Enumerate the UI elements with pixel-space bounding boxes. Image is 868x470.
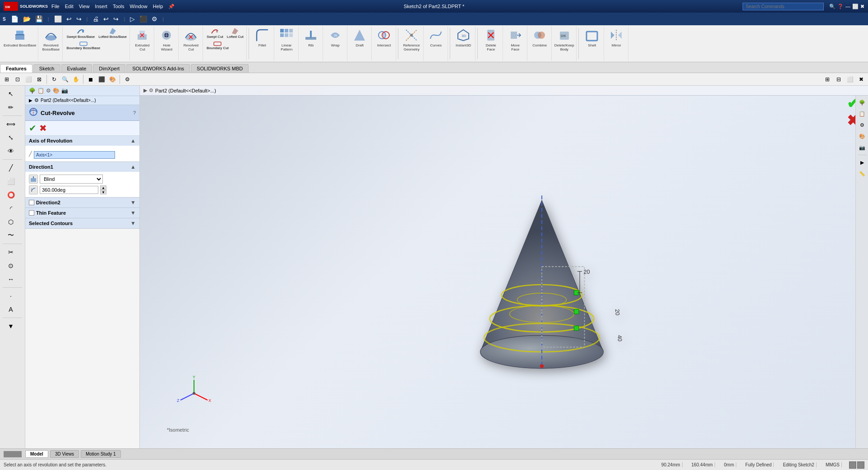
li-smartdim[interactable]: ⟺ [1,118,21,130]
shell-btn[interactable]: Shell [581,26,604,61]
new-btn[interactable]: 📄 [9,14,20,23]
li-spline[interactable]: 〜 [1,229,21,242]
extruded-boss-base-btn[interactable]: Extruded Boss/Base [2,26,38,61]
tab-mbd[interactable]: SOLIDWORKS MBD [191,64,249,73]
tb-icon-2[interactable]: ↩ [65,14,73,23]
swept-boss-base-btn[interactable]: Swept Boss/Base [65,27,96,40]
revolved-boss-base-btn[interactable]: RevolvedBoss/Base [39,26,63,61]
view-section-btn[interactable]: ⬛ [97,74,106,84]
thin-feature-checkbox[interactable] [29,210,34,216]
tree-arrow[interactable]: ▶ [143,88,147,93]
menu-tools[interactable]: Tools [113,4,125,9]
delete-keep-body-btn[interactable]: D/K Delete/KeepBody [553,26,577,61]
li-arc[interactable]: ◜ [1,202,21,215]
li-rect[interactable]: ⬜ [1,175,21,188]
view-zoom-btn[interactable]: 🔍 [60,74,70,84]
view-pan-btn[interactable]: ✋ [71,74,81,84]
swept-cut-btn[interactable]: Swept Cut [205,27,225,40]
axis-input[interactable]: Axis<1> [34,151,115,159]
view-display-btn[interactable]: ◼ [86,74,96,84]
li-line[interactable]: ╱ [1,161,21,174]
ri-config[interactable]: ⚙ [857,120,867,130]
open-btn[interactable]: 📂 [22,14,32,23]
pm-ok-btn[interactable]: ✔ [29,123,37,134]
btab-model[interactable]: Model [25,450,48,458]
angle-input[interactable]: 360.00deg [40,186,98,194]
view-maximize-left[interactable]: ⊞ [822,74,832,84]
tab-dimxpert[interactable]: DimXpert [93,64,125,73]
ri-measure[interactable]: 📏 [857,169,867,179]
rib-btn[interactable]: Rib [300,26,323,61]
li-circle[interactable]: ⭕ [1,189,21,201]
li-display[interactable]: 👁 [1,145,21,157]
btab-3dviews[interactable]: 3D Views [50,450,79,458]
view-settings-btn[interactable]: ⚙ [122,74,132,84]
menu-window[interactable]: Window [130,4,148,9]
direction2-checkbox[interactable] [29,200,34,205]
menu-pin[interactable]: 📌 [168,4,175,9]
panel-config-icon[interactable]: ⚙ [46,88,51,94]
instant3d-btn[interactable]: 3D Instant3D [452,26,476,61]
tab-addins[interactable]: SOLIDWORKS Add-Ins [126,64,190,73]
panel-properties-icon[interactable]: 📋 [37,88,44,94]
linear-pattern-btn[interactable]: LinearPattern [275,26,299,61]
li-offset[interactable]: ⊙ [1,259,21,272]
search-input[interactable] [743,3,824,10]
li-select[interactable]: ↖ [1,88,21,100]
tb-icon-3[interactable]: ↪ [75,14,83,23]
draft-btn[interactable]: Draft [348,26,372,61]
thin-feature-header[interactable]: Thin Feature ▼ [25,208,139,218]
menu-insert[interactable]: Insert [95,4,107,9]
hole-wizard-btn[interactable]: HoleWizard [155,26,179,61]
combine-btn[interactable]: Combine [528,26,552,61]
angle-spin-down[interactable]: ▼ [100,190,106,194]
save-btn[interactable]: 💾 [34,14,44,23]
view-rotate-btn[interactable]: ↻ [49,74,59,84]
li-trim[interactable]: ✂ [1,246,21,258]
panel-cam-icon[interactable]: 📷 [61,88,68,94]
tb-icon-5[interactable]: ↪ [112,14,120,23]
intersect-btn[interactable]: Intersect [373,26,396,61]
axis-section-header[interactable]: Axis of Revolution ▲ [25,136,139,146]
li-relations[interactable]: ⤡ [1,131,21,144]
scroll-handle[interactable] [4,451,22,457]
view-btn-2[interactable]: ⊡ [13,74,23,84]
boundary-cut-btn[interactable]: Boundary Cut [205,41,230,51]
li-sketch[interactable]: ✏ [1,101,21,114]
ri-simulation[interactable]: ▶ [857,157,867,167]
fillet-btn[interactable]: Fillet [251,26,274,61]
tab-sketch[interactable]: Sketch [33,64,60,73]
li-polygon[interactable]: ⬡ [1,216,21,228]
tb-icon-print[interactable]: 🖨 [91,14,100,23]
direction-type-select[interactable]: Blind Through All Through All - Both Mid… [40,175,103,184]
boundary-boss-base-btn[interactable]: Boundary Boss/Base [65,41,102,51]
tb-icon-4[interactable]: ↩ [102,14,110,23]
li-text[interactable]: A [1,303,21,316]
mirror-btn[interactable]: Mirror [605,26,628,61]
selected-contours-header[interactable]: Selected Contours ▼ [25,218,139,228]
direction1-header[interactable]: Direction1 ▲ [25,162,139,172]
btab-motionstudy[interactable]: Motion Study 1 [81,450,121,458]
angle-spinner[interactable]: ▲ ▼ [100,185,106,194]
pm-help-btn[interactable]: ? [133,110,136,115]
extruded-cut-btn[interactable]: ExtrudedCut [131,26,154,61]
panel-display-icon[interactable]: 🎨 [53,88,60,94]
view-btn-4[interactable]: ⊠ [34,74,44,84]
tb-icon-6[interactable]: ▷ [129,14,136,23]
menu-help[interactable]: Help [153,4,163,9]
angle-spin-up[interactable]: ▲ [100,185,106,190]
status-icon-1[interactable] [849,461,856,469]
panel-feature-tree-icon[interactable]: 🌳 [29,88,36,94]
tb-icon-1[interactable]: ⬜ [53,14,63,23]
move-face-btn[interactable]: MoveFace [504,26,527,61]
li-convert[interactable]: ↔ [1,273,21,286]
view-btn-3[interactable]: ⬜ [23,74,33,84]
ri-featuretree[interactable]: 🌳 [857,97,867,107]
pm-cancel-btn[interactable]: ✖ [39,123,47,134]
ri-display[interactable]: 🎨 [857,131,867,141]
menu-edit[interactable]: Edit [65,4,74,9]
li-more[interactable]: ▼ [1,320,21,332]
tab-features[interactable]: Features [0,64,32,73]
reference-geometry-btn[interactable]: ReferenceGeometry [400,26,424,61]
view-btn-1[interactable]: ⊞ [2,74,12,84]
